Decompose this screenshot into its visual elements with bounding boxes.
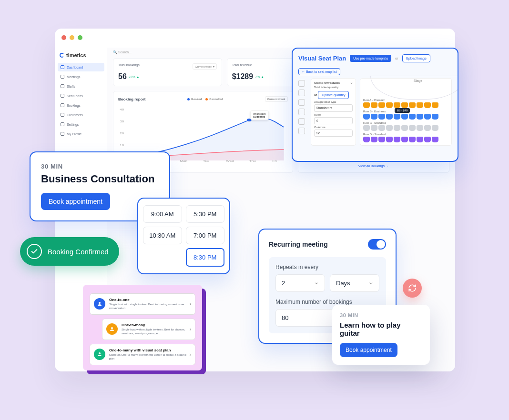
meeting-type-option[interactable]: One-to-oneSingle host with single invite… bbox=[90, 293, 195, 315]
close-icon[interactable]: ✕ bbox=[350, 81, 353, 85]
update-qty-button[interactable]: Update quantity bbox=[318, 91, 349, 99]
sidebar-item-settings[interactable]: Settings bbox=[58, 120, 104, 129]
seat-plan-title: Visual Seat Plan bbox=[298, 55, 346, 62]
close-dot[interactable] bbox=[61, 35, 66, 40]
seat[interactable] bbox=[394, 114, 400, 120]
seat[interactable] bbox=[394, 125, 400, 131]
seat[interactable] bbox=[363, 102, 370, 108]
repeat-unit-select[interactable]: Days bbox=[330, 274, 379, 292]
seat[interactable] bbox=[424, 137, 431, 142]
seat[interactable] bbox=[424, 125, 431, 131]
seat[interactable] bbox=[371, 125, 377, 131]
seat[interactable] bbox=[401, 137, 408, 142]
seat[interactable] bbox=[378, 125, 385, 131]
seat[interactable] bbox=[401, 114, 408, 120]
sidebar-item-bookings[interactable]: Bookings bbox=[58, 101, 104, 110]
consultation-duration: 30 MIN bbox=[41, 163, 159, 170]
refresh-fab[interactable] bbox=[403, 279, 422, 298]
min-dot[interactable] bbox=[70, 35, 74, 40]
view-all-link[interactable]: View All Bookings → bbox=[303, 164, 444, 168]
time-slot[interactable]: 8:30 PM bbox=[186, 248, 225, 267]
sidebar-item-customers[interactable]: Customers bbox=[58, 110, 104, 119]
sidebar-item-staffs[interactable]: Staffs bbox=[58, 82, 104, 90]
seat[interactable] bbox=[371, 114, 377, 120]
seat[interactable] bbox=[409, 114, 416, 120]
seat[interactable] bbox=[363, 137, 370, 142]
seat[interactable] bbox=[363, 114, 370, 120]
sidebar-item-my-profile[interactable]: My Profile bbox=[58, 130, 104, 138]
report-week-select[interactable]: Current week bbox=[265, 96, 288, 102]
seat[interactable] bbox=[378, 102, 385, 108]
nav-icon bbox=[61, 84, 64, 88]
nav-icon bbox=[61, 122, 64, 126]
seat[interactable] bbox=[432, 114, 438, 120]
seat[interactable] bbox=[386, 137, 393, 142]
ticket-type-select[interactable]: Standard ▾ bbox=[314, 104, 353, 112]
seat[interactable] bbox=[371, 137, 377, 142]
meeting-type-option[interactable]: One-to-manySingle host with multiple inv… bbox=[102, 319, 195, 340]
back-link[interactable]: ← Back to seat map list bbox=[298, 68, 340, 75]
circle-icon[interactable] bbox=[298, 109, 305, 115]
book-guitar-button[interactable]: Book appointment bbox=[340, 343, 397, 357]
book-appointment-button[interactable]: Book appointment bbox=[41, 193, 110, 210]
seat[interactable] bbox=[386, 114, 393, 120]
svg-text:30: 30 bbox=[120, 120, 124, 123]
seat[interactable] bbox=[363, 125, 370, 131]
max-bookings-label: Maximum number of bookings bbox=[275, 299, 379, 305]
seat[interactable] bbox=[378, 114, 385, 120]
stage-label: Stage bbox=[370, 76, 458, 100]
time-slot[interactable]: 5:30 PM bbox=[186, 205, 225, 223]
nav-icon bbox=[61, 65, 64, 69]
meeting-type-option[interactable]: One-to-many with visual seat planSame as… bbox=[90, 344, 195, 365]
svg-text:Wed: Wed bbox=[226, 160, 234, 162]
cols-input[interactable] bbox=[314, 130, 353, 137]
type-icon bbox=[94, 298, 105, 310]
text-icon[interactable] bbox=[298, 118, 305, 125]
upload-image-button[interactable]: Upload image bbox=[402, 54, 430, 62]
time-slot[interactable]: 9:00 AM bbox=[143, 205, 182, 223]
seat[interactable] bbox=[401, 125, 408, 131]
time-slot[interactable]: 7:00 PM bbox=[186, 227, 225, 244]
repeat-every-select[interactable]: 2 bbox=[275, 274, 325, 292]
type-icon bbox=[94, 349, 105, 360]
seat[interactable] bbox=[417, 114, 423, 120]
seat[interactable] bbox=[424, 102, 431, 108]
square-icon[interactable] bbox=[298, 99, 305, 106]
seat[interactable] bbox=[394, 102, 400, 108]
max-dot[interactable] bbox=[78, 35, 82, 40]
svg-text:Thu: Thu bbox=[249, 160, 256, 162]
seat-row bbox=[363, 114, 448, 120]
seat[interactable] bbox=[409, 137, 416, 142]
nav-icon bbox=[61, 75, 64, 79]
seat[interactable] bbox=[417, 102, 423, 108]
recurring-toggle[interactable] bbox=[368, 239, 386, 250]
sidebar-item-meetings[interactable]: Meetings bbox=[58, 72, 104, 81]
seat[interactable] bbox=[424, 114, 431, 120]
seat[interactable] bbox=[417, 137, 423, 142]
sidebar-item-seat-plans[interactable]: Seat Plans bbox=[58, 91, 104, 100]
rows-input[interactable] bbox=[314, 117, 353, 124]
seat[interactable] bbox=[371, 102, 377, 108]
seat[interactable] bbox=[409, 125, 416, 131]
seat[interactable] bbox=[417, 125, 423, 131]
stat-card: Total bookingsCurrent week ▾56 23% ▲ bbox=[113, 58, 222, 86]
seat[interactable] bbox=[432, 125, 438, 131]
bell-icon[interactable] bbox=[298, 80, 305, 87]
seat[interactable] bbox=[386, 102, 393, 108]
seat[interactable] bbox=[409, 102, 416, 108]
time-slot[interactable]: 10:30 AM bbox=[143, 227, 182, 244]
cols-label: Columns bbox=[314, 126, 353, 129]
sidebar-item-dashboard[interactable]: Dashboard bbox=[58, 63, 104, 71]
seat[interactable] bbox=[386, 125, 393, 131]
use-template-button[interactable]: Use pre-made template bbox=[350, 55, 391, 62]
nav-icon bbox=[61, 132, 64, 136]
seat[interactable] bbox=[401, 102, 408, 108]
seat[interactable] bbox=[394, 137, 400, 142]
week-select[interactable]: Current week ▾ bbox=[193, 63, 216, 70]
nav-icon bbox=[61, 94, 64, 98]
seat[interactable] bbox=[432, 137, 438, 142]
grid-icon[interactable] bbox=[298, 90, 305, 96]
trash-icon[interactable] bbox=[298, 128, 305, 134]
seat[interactable] bbox=[432, 102, 438, 108]
seat[interactable] bbox=[378, 137, 385, 142]
